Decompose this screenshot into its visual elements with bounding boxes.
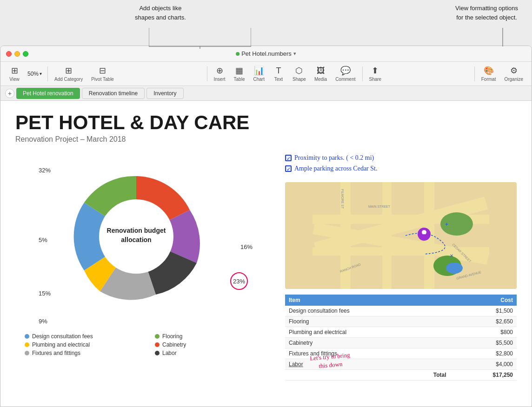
tab-renovation-timeline[interactable]: Renovation timeline: [82, 88, 145, 99]
item-flooring: Flooring: [285, 316, 450, 327]
shape-icon: ⬡: [295, 66, 303, 76]
tab-inventory[interactable]: Inventory: [146, 88, 183, 99]
table-total-row: Total $17,250: [285, 369, 517, 380]
maximize-button[interactable]: [23, 51, 28, 57]
tab-pet-hotel-renovation[interactable]: Pet Hotel renovation: [16, 88, 80, 99]
map-svg: FILMORE ST MAIN STREET CEDAR STREET RANC…: [285, 182, 517, 289]
legend-dot-plumbing: [25, 342, 29, 347]
donut-chart: 32% 5% 15% 9% 16%: [34, 153, 257, 329]
cost-labor: $4,000: [450, 359, 517, 369]
pct-label-9: 9%: [39, 318, 47, 325]
window-title: Pet Hotel.numbers ▾: [236, 50, 296, 57]
total-label: Total: [285, 369, 450, 380]
title-dot-icon: [236, 52, 239, 56]
legend-item-flooring: Flooring: [155, 333, 276, 340]
legend-item-labor: Labor: [155, 350, 276, 356]
toolbar-separator-2: [207, 66, 207, 81]
page-title: PET HOTEL & DAY CARE: [15, 112, 517, 133]
text-icon: T: [276, 66, 281, 76]
cost-cabinetry: $5,500: [450, 337, 517, 348]
table-row: Flooring $2,650: [285, 316, 517, 327]
checkbox-2: [285, 165, 292, 172]
comment-button[interactable]: 💬 Comment: [332, 64, 359, 84]
format-button[interactable]: 🎨 Format: [478, 64, 500, 84]
comment-icon: 💬: [340, 66, 351, 76]
legend-item-cabinetry: Cabinetry: [155, 341, 276, 348]
legend-dot-fixtures: [25, 351, 29, 355]
table-row: Plumbing and electrical $800: [285, 327, 517, 337]
pivot-icon: ⊟: [99, 66, 106, 76]
item-design: Design consultation fees: [285, 306, 450, 316]
organize-button[interactable]: ⚙ Organize: [500, 64, 527, 84]
table-icon: ▦: [235, 66, 243, 76]
col-header-cost: Cost: [450, 295, 517, 306]
legend-dot-flooring: [155, 334, 160, 339]
insert-button[interactable]: ⊕ Insert: [210, 64, 229, 84]
table-row: Design consultation fees $1,500: [285, 306, 517, 316]
donut-center-line1: Renovation budget: [107, 227, 166, 234]
view-icon: ⊞: [11, 66, 18, 76]
chart-legend: Design consultation fees Flooring Plumbi…: [15, 333, 276, 356]
toolbar-left: ⊞ View 50% ▾ ⊞ Add Category ⊟ Pivot Tabl…: [5, 64, 118, 84]
item-cabinetry: Cabinetry: [285, 337, 450, 348]
svg-point-16: [446, 263, 463, 274]
annotation-left-text: Add objects likeshapes and charts.: [135, 4, 186, 22]
insert-icon: ⊕: [216, 66, 223, 76]
svg-text:✕: ✕: [450, 253, 453, 258]
cost-design: $1,500: [450, 306, 517, 316]
col-header-item: Item: [285, 295, 450, 306]
cost-flooring: $2,650: [450, 316, 517, 327]
window-controls: [6, 51, 28, 57]
legend-dot-labor: [155, 351, 160, 355]
cost-fixtures: $2,800: [450, 348, 517, 359]
table-button[interactable]: ▦ Table: [230, 64, 249, 84]
total-value: $17,250: [450, 369, 517, 380]
chart-icon: 📊: [254, 66, 264, 76]
legend-item-plumbing: Plumbing and electrical: [25, 341, 146, 348]
note-line-2: Ample parking across Cedar St.: [285, 164, 517, 174]
media-icon: 🖼: [317, 66, 325, 76]
donut-center-line2: allocation: [121, 236, 151, 243]
legend-dot-design: [25, 334, 29, 339]
media-button[interactable]: 🖼 Media: [311, 64, 331, 84]
cost-plumbing: $800: [450, 327, 517, 337]
zoom-control[interactable]: 50% ▾: [25, 69, 45, 79]
share-button[interactable]: ⬆ Share: [366, 64, 386, 84]
pivot-table-button[interactable]: ⊟ Pivot Table: [87, 64, 118, 84]
add-category-icon: ⊞: [65, 66, 72, 76]
share-icon: ⬆: [372, 66, 379, 76]
chart-section: 32% 5% 15% 9% 16%: [15, 153, 276, 356]
note-line-1: Proximity to parks. ( < 0.2 mi): [285, 153, 517, 163]
main-content: PET HOTEL & DAY CARE Renovation Project …: [0, 101, 532, 407]
svg-rect-12: [382, 182, 392, 289]
sheet-tabs: + Pet Hotel renovation Renovation timeli…: [0, 86, 532, 101]
add-sheet-button[interactable]: +: [5, 89, 14, 98]
pct-23-circle: 23%: [230, 272, 248, 290]
handwritten-annotation: Let's try to bringthis down: [309, 351, 351, 371]
titlebar: Pet Hotel.numbers ▾: [0, 46, 532, 62]
minimize-button[interactable]: [14, 51, 20, 57]
view-button[interactable]: ⊞ View: [5, 64, 24, 84]
add-category-button[interactable]: ⊞ Add Category: [51, 64, 86, 84]
svg-point-23: [422, 230, 426, 235]
toolbar-separator-1: [47, 66, 48, 81]
checkbox-1: [285, 155, 292, 161]
close-button[interactable]: [6, 51, 12, 57]
toolbar-middle: ⊕ Insert ▦ Table 📊 Chart T Text ⬡ Shape …: [120, 64, 471, 84]
toolbar: ⊞ View 50% ▾ ⊞ Add Category ⊟ Pivot Tabl…: [0, 62, 532, 86]
annotation-right-line: [502, 28, 503, 46]
organize-icon: ⚙: [510, 66, 518, 76]
legend-item-fixtures: Fixtures and fittings: [25, 350, 146, 356]
text-button[interactable]: T Text: [269, 64, 288, 84]
svg-text:+: +: [445, 221, 448, 228]
svg-text:MAIN STREET: MAIN STREET: [368, 205, 391, 208]
pct-23-annotation: 23%: [230, 272, 248, 290]
svg-text:FILMORE ST: FILMORE ST: [341, 189, 344, 209]
shape-button[interactable]: ⬡ Shape: [289, 64, 310, 84]
window: Pet Hotel.numbers ▾ ⊞ View 50% ▾ ⊞ Add C…: [0, 46, 532, 407]
annotation-right-text: View formatting optionsfor the selected …: [455, 4, 518, 22]
legend-dot-cabinetry: [155, 342, 160, 347]
chevron-icon: ▾: [40, 71, 42, 76]
legend-item-design: Design consultation fees: [25, 333, 146, 340]
chart-button[interactable]: 📊 Chart: [250, 64, 268, 84]
